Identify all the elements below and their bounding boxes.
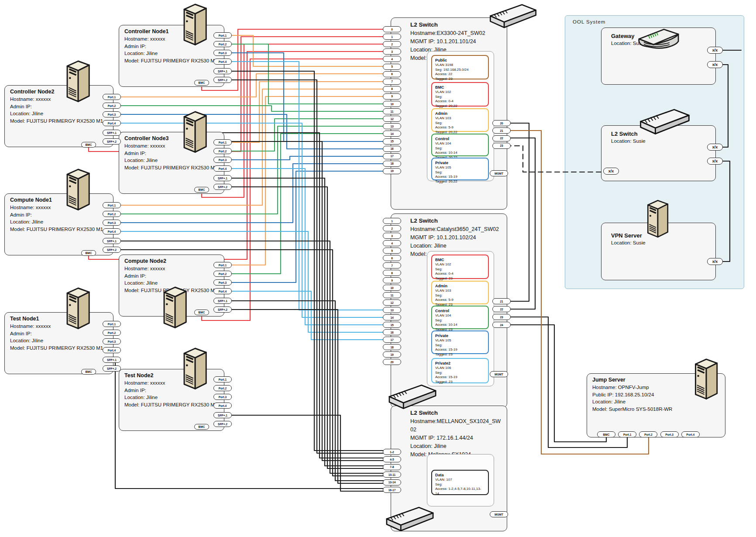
switch-port: 21 xyxy=(492,127,511,134)
switch-port: 19 xyxy=(383,168,401,174)
switch-port: 21 xyxy=(492,298,511,304)
node-port: Port.2 xyxy=(213,41,232,47)
node-port: SFP+.2 xyxy=(103,247,121,253)
vlan-admin: Admin VLAN 103Seg:Access: 5-9Tagged: 20,… xyxy=(431,108,489,132)
switch-port: 11 xyxy=(383,108,401,114)
node-port: Port.4 xyxy=(103,228,121,234)
switch-port: 20 xyxy=(383,359,401,365)
bmc-port: BMC xyxy=(194,310,209,315)
vlan-detail: VLAN 3198 xyxy=(435,63,485,68)
vlan-name: Public xyxy=(435,58,485,63)
vlan-detail: Seg: xyxy=(435,482,485,487)
switch-port: 4 xyxy=(383,56,401,62)
node-detail: Model: SuperMicro SYS-5018R-WR xyxy=(592,406,701,413)
node-detail: Admin IP: xyxy=(10,330,110,337)
switch-detail: Location: Jiline xyxy=(410,442,503,451)
switch-port: 6 xyxy=(383,71,401,77)
server-tower-icon xyxy=(690,356,722,401)
node-compute1: Compute Node1 Hostname: xxxxxxAdmin IP:L… xyxy=(4,193,113,255)
vlan-detail: VLAN 106 xyxy=(435,366,485,371)
switch-port: 18 xyxy=(383,161,401,167)
node-port: Port.1 xyxy=(103,321,121,327)
server-tower-icon xyxy=(61,58,94,103)
switch-port: 17 xyxy=(383,153,401,159)
gateway-router-icon xyxy=(633,25,685,55)
vlan-detail: Access: 15-19 xyxy=(435,348,485,352)
node-port: Port.4 xyxy=(213,59,232,65)
vlan-detail: Access: 10-14 xyxy=(435,323,485,327)
ool-system-label: OOL System xyxy=(573,19,605,24)
switch-port: 20 xyxy=(492,120,511,126)
switch-3d-icon xyxy=(638,107,691,140)
node-port: SFP+.2 xyxy=(103,138,121,145)
node-port: Port.3 xyxy=(213,50,232,56)
vlan-private: Private VLAN 105Seg:Access: 15-19Tagged:… xyxy=(431,330,489,354)
switch-port: 2 xyxy=(383,41,401,47)
node-title: Compute Node2 xyxy=(124,258,224,265)
switch-title: L2 Switch xyxy=(410,217,503,225)
vlan-data: Data VLAN: 107Seg:Access: 1-2,4-5,7-8,10… xyxy=(431,470,489,495)
vlan-detail: VLAN 104 xyxy=(435,141,485,146)
vlan-detail: Seg: xyxy=(435,267,485,272)
vlan-name: Control xyxy=(435,309,485,313)
vlan-detail: Access: 1-2,4-5,7-8,10-11,13-14 xyxy=(435,487,485,496)
server-tower-icon xyxy=(643,197,672,239)
switch-detail: MGMT IP: 172.16.1.44/24 xyxy=(410,434,503,442)
switch-port: 13 xyxy=(383,307,401,313)
node-detail: Model: FUJITSU PRIMERGY RX2530 M1 xyxy=(124,401,224,409)
vlan-detail: Seg: xyxy=(435,343,485,348)
vlan-name: BMC xyxy=(435,85,485,90)
vlan-detail: VLAN 104 xyxy=(435,313,485,318)
bmc-port: BMC xyxy=(81,142,96,148)
switch-port: 10-11 xyxy=(383,472,401,478)
vlan-detail: Access: 0-4 xyxy=(435,272,485,276)
node-detail: Location: Jiline xyxy=(124,157,224,164)
node-port: Port.3 xyxy=(103,111,121,117)
server-port: Port.2 xyxy=(639,431,657,437)
switch-port: 8 xyxy=(383,86,401,92)
node-detail: Location: Jiline xyxy=(124,394,224,401)
vlan-detail: VLAN 103 xyxy=(435,289,485,293)
node-port: SFP+.1 xyxy=(213,298,232,304)
vlan-detail: Access: 15-19 xyxy=(435,175,485,179)
vlan-name: BMC xyxy=(435,258,485,262)
node-detail: Admin IP: xyxy=(10,211,110,219)
switch-port: 15 xyxy=(383,138,401,145)
switch-port: 17 xyxy=(383,337,401,343)
node-port: SFP+.2 xyxy=(213,306,232,313)
public-uplink-dashed xyxy=(506,146,604,172)
switch-port: 2 xyxy=(383,225,401,231)
switch-port: 0 xyxy=(383,26,401,32)
switch-port: 1-2 xyxy=(383,449,401,455)
node-detail: Hostname: xxxxxx xyxy=(10,96,110,103)
switch-port: 3 xyxy=(383,48,401,55)
switch-port: 4-5 xyxy=(383,456,401,462)
vlan-name: Private xyxy=(435,161,485,165)
node-port: Port.4 xyxy=(213,403,232,409)
vlan-detail: Seg: xyxy=(435,95,485,100)
node-port: Port.4 xyxy=(103,120,121,126)
vlan-detail: Seg: xyxy=(435,371,485,375)
switch-detail: MGMT IP: 10.1.201.101/24 xyxy=(410,38,503,46)
node-port: Port.4 xyxy=(213,288,232,294)
switch-port: 4 xyxy=(383,240,401,246)
switch-port: 11 xyxy=(383,292,401,298)
switch-port: 19 xyxy=(383,351,401,358)
vlan-private: Private VLAN 105Seg:Access: 15-19Tagged:… xyxy=(431,158,489,180)
vlan-name: Admin xyxy=(435,111,485,116)
node-port: Port.1 xyxy=(213,376,232,382)
switch-port: 15 xyxy=(383,322,401,328)
switch-port: 9 xyxy=(383,93,401,100)
node-port: SFP+.1 xyxy=(213,175,232,181)
node-title: Controller Node2 xyxy=(10,88,110,96)
server-tower-icon xyxy=(61,166,94,212)
switch-port: 10 xyxy=(383,285,401,291)
node-port: Port.3 xyxy=(213,279,232,286)
switch-port: 16 xyxy=(383,329,401,335)
node-port: Port.3 xyxy=(103,338,121,344)
vlan-detail: Tagged: 23 xyxy=(435,352,485,357)
vlan-detail: Seg: xyxy=(435,121,485,126)
switch-port: 16-17 xyxy=(383,487,401,493)
server-tower-icon xyxy=(61,285,94,330)
switch-port: 1 xyxy=(383,218,401,224)
